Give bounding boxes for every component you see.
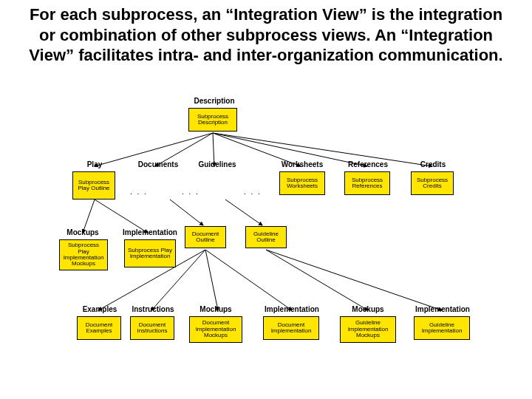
- label-implementation: Implementation: [115, 229, 185, 237]
- svg-line-15: [266, 250, 442, 310]
- svg-line-8: [170, 200, 203, 225]
- diagram-container: Description Subprocess Description Play …: [0, 96, 532, 392]
- label-implementation-3: Implementation: [408, 306, 477, 314]
- label-play: Play: [81, 161, 108, 169]
- node-subprocess-credits: Subprocess Credits: [411, 171, 454, 195]
- label-mockups-3: Mockups: [344, 306, 392, 314]
- node-document-examples: Document Examples: [77, 316, 121, 340]
- node-document-impl-mockups: Document Implementation Mockups: [189, 316, 242, 343]
- svg-line-9: [225, 200, 262, 225]
- label-examples: Examples: [76, 306, 123, 314]
- label-credits: Credits: [412, 161, 454, 169]
- node-guideline-impl-mockups: Guideline Implementation Mockups: [340, 316, 396, 343]
- node-document-instructions: Document Instructions: [130, 316, 174, 340]
- node-guideline-implementation: Guideline Implementation: [414, 316, 470, 340]
- node-play-implementation: Subprocess Play Implementation: [124, 239, 176, 267]
- label-mockups-2: Mockups: [192, 306, 239, 314]
- ellipsis-2: . . .: [182, 188, 200, 196]
- node-document-implementation: Document Implementation: [263, 316, 319, 340]
- ellipsis-3: . . .: [244, 188, 262, 196]
- svg-line-12: [205, 250, 218, 310]
- label-worksheets: Worksheets: [275, 161, 330, 169]
- ellipsis-1: . . .: [130, 188, 148, 196]
- svg-line-14: [266, 250, 368, 310]
- label-references: References: [341, 161, 395, 169]
- label-guidelines: Guidelines: [191, 161, 243, 169]
- page-title: For each subprocess, an “Integration Vie…: [0, 0, 532, 66]
- label-description: Description: [185, 98, 244, 106]
- node-document-outline: Document Outline: [185, 226, 226, 248]
- node-subprocess-description: Subprocess Description: [188, 108, 237, 132]
- node-subprocess-references: Subprocess References: [344, 171, 390, 195]
- svg-line-13: [205, 250, 292, 310]
- node-guideline-outline: Guideline Outline: [245, 226, 287, 248]
- node-subprocess-play-outline: Subprocess Play Outline: [72, 171, 115, 200]
- node-play-impl-mockups: Subprocess Play Implementation Mockups: [59, 239, 108, 270]
- label-mockups: Mockups: [61, 229, 105, 237]
- label-documents: Documents: [132, 161, 185, 169]
- label-implementation-2: Implementation: [257, 306, 327, 314]
- label-instructions: Instructions: [126, 306, 180, 314]
- node-subprocess-worksheets: Subprocess Worksheets: [279, 171, 325, 195]
